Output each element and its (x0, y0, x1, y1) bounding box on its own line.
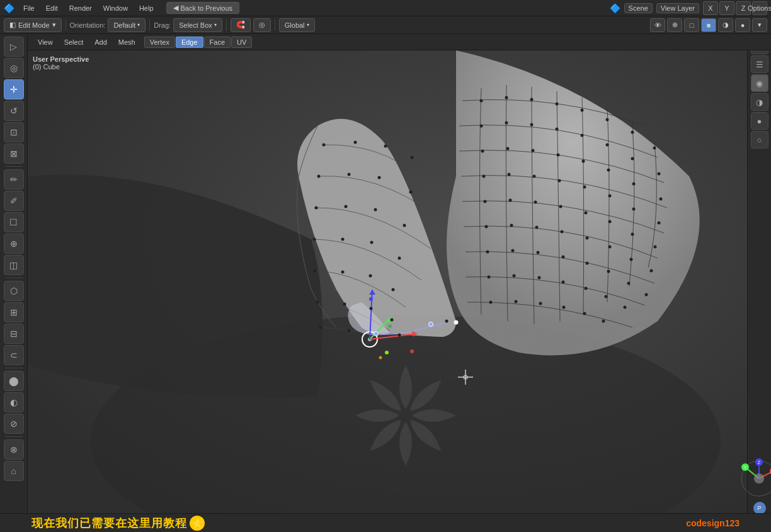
edit-view[interactable]: View (33, 37, 58, 47)
perspective-toggle[interactable]: P (753, 502, 766, 514)
viewport-3d[interactable]: User Perspective (0) Cube (28, 50, 747, 513)
tool-cursor[interactable]: ◎ (4, 58, 24, 78)
tool-slide[interactable]: ⊘ (4, 414, 24, 434)
viewport-shading-btn-2[interactable]: ☰ (751, 55, 768, 73)
tool-shear[interactable]: ⊗ (4, 439, 24, 460)
menu-help[interactable]: Help (134, 3, 159, 13)
svg-point-98 (323, 144, 326, 147)
separator-1 (66, 20, 66, 31)
svg-point-27 (631, 157, 634, 161)
svg-point-56 (561, 230, 564, 234)
svg-point-107 (345, 205, 348, 208)
svg-point-50 (608, 220, 612, 224)
viewport-shading-btn-6[interactable]: ○ (751, 131, 768, 149)
orientation-selector[interactable]: Default ▾ (108, 18, 146, 32)
svg-point-127 (445, 320, 448, 323)
tool-bevel[interactable]: ⊟ (4, 324, 24, 344)
options-btn[interactable]: Options (752, 1, 767, 15)
viewlayer-selector[interactable]: View Layer (656, 3, 699, 13)
face-mode-btn[interactable]: Face (204, 37, 231, 48)
y-axis-btn[interactable]: Y (719, 1, 734, 15)
viewport-shading-btn-5[interactable]: ● (751, 112, 768, 130)
tool-rotate[interactable]: ↺ (4, 101, 24, 121)
tool-shrink[interactable]: ⌂ (4, 461, 24, 481)
drag-selector[interactable]: Select Box ▾ (173, 18, 222, 32)
sidebar-sep-3 (5, 368, 23, 368)
blender-icon: 🔷 (610, 3, 620, 13)
snap-toggle[interactable]: 🧲 (231, 18, 251, 32)
x-axis-btn[interactable]: X (703, 1, 718, 15)
viewport-shading-btn-3[interactable]: ◉ (751, 74, 768, 92)
svg-point-92 (410, 349, 414, 353)
uv-btn[interactable]: UV (231, 37, 252, 48)
vertex-mode-btn[interactable]: Vertex (144, 37, 175, 48)
svg-point-80 (583, 312, 586, 315)
sidebar-sep-1 (5, 166, 23, 167)
svg-point-67 (627, 282, 631, 285)
shading-solid[interactable]: ■ (701, 18, 716, 32)
svg-point-36 (660, 198, 663, 201)
svg-point-29 (481, 150, 484, 153)
tool-extrude[interactable]: ⬡ (4, 281, 24, 301)
tool-select[interactable]: ▷ (4, 37, 24, 57)
tool-annotate[interactable]: ✏ (4, 169, 24, 190)
shading-dropdown[interactable]: ▾ (752, 18, 767, 32)
menu-file[interactable]: File (18, 3, 40, 13)
tool-annotate-line[interactable]: ✐ (4, 191, 24, 211)
separator-2 (149, 20, 150, 31)
global-arrow: ▾ (307, 22, 309, 28)
tool-smooth[interactable]: ⬤ (4, 371, 24, 391)
svg-point-75 (624, 306, 627, 309)
shading-rendered[interactable]: ● (735, 18, 750, 32)
navigation-gizmo[interactable]: X Y Z (739, 458, 771, 499)
edit-add[interactable]: Add (89, 37, 112, 47)
perspective-label: User Perspective (33, 55, 89, 63)
svg-point-49 (585, 212, 588, 215)
viewport-gizmo-btn[interactable]: ⊕ (667, 18, 682, 32)
svg-point-33 (582, 160, 585, 163)
svg-point-91 (388, 324, 392, 328)
svg-point-125 (398, 334, 401, 337)
svg-point-32 (557, 154, 560, 157)
edit-select[interactable]: Select (59, 37, 89, 47)
tool-scale[interactable]: ⊡ (4, 122, 24, 142)
scene-svg (28, 50, 747, 513)
sidebar-sep-2 (5, 278, 23, 278)
tool-move[interactable]: ✛ (4, 79, 24, 99)
svg-point-42 (608, 195, 612, 198)
proportional-icon: ◎ (259, 21, 265, 29)
separator-4 (275, 20, 275, 31)
svg-point-118 (316, 301, 319, 304)
menu-window[interactable]: Window (98, 3, 133, 13)
viewport-overlays-btn[interactable]: 👁 (650, 18, 665, 32)
viewport-shading-btn-4[interactable]: ◑ (751, 93, 768, 111)
shading-wireframe[interactable]: □ (684, 18, 699, 32)
tool-box-select[interactable]: ☐ (4, 212, 24, 232)
object-label: (0) Cube (33, 63, 89, 71)
back-to-previous-button[interactable]: ◀ Back to Previous (166, 2, 240, 14)
proportional-edit[interactable]: ◎ (253, 18, 271, 32)
global-transform[interactable]: Global ▾ (279, 18, 315, 32)
edge-mode-btn[interactable]: Edge (176, 37, 203, 48)
tool-bridge[interactable]: ⊂ (4, 345, 24, 365)
tool-relax[interactable]: ◐ (4, 392, 24, 412)
svg-point-45 (484, 200, 487, 203)
scene-selector[interactable]: Scene (624, 3, 653, 13)
edit-mesh[interactable]: Mesh (113, 37, 140, 47)
shading-material[interactable]: ◑ (718, 18, 733, 32)
tool-transform[interactable]: ⊠ (4, 144, 24, 164)
orientation-label: Orientation: (70, 21, 106, 29)
svg-point-102 (317, 175, 321, 178)
svg-point-46 (509, 199, 512, 202)
svg-point-111 (341, 238, 345, 241)
tool-inset[interactable]: ⊞ (4, 302, 24, 322)
menu-render[interactable]: Render (64, 3, 97, 13)
svg-point-52 (654, 246, 657, 249)
tool-knife[interactable]: ◫ (4, 255, 24, 275)
tool-loop-cut[interactable]: ⊕ (4, 234, 24, 254)
menu-edit[interactable]: Edit (41, 3, 63, 13)
edit-mode-selector[interactable]: ◧ Edit Mode ▾ (4, 18, 62, 32)
svg-point-22 (505, 122, 508, 125)
top-right-buttons: X Y Z Options (703, 1, 767, 15)
separator-3 (226, 20, 227, 31)
